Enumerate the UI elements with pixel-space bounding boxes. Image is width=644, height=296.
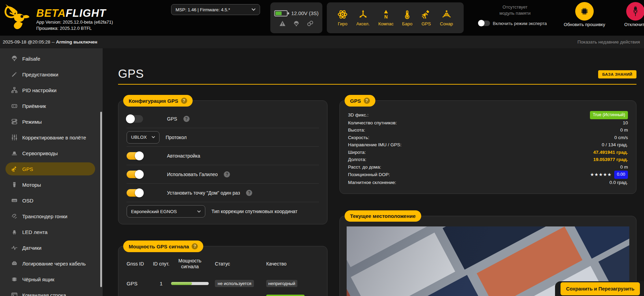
modes-icon — [11, 119, 18, 125]
gps-status-panel: GPS ? 3D фикс.: True (Истинный) Количест… — [339, 100, 636, 194]
help-icon[interactable]: ? — [192, 243, 198, 249]
expert-mode-row: Включить режим эксперта — [478, 21, 547, 26]
sidebar-item-presets[interactable]: Предустановки — [0, 66, 103, 82]
sbas-row: Европейский EGNOS Тип коррекции спутнико… — [127, 202, 319, 221]
gps-data-value: 0 cm/s — [614, 134, 628, 141]
svg-text:OSD: OSD — [12, 200, 16, 202]
gps-data-row: Долгота: 19.053977 град. — [348, 156, 628, 163]
gps-enable-toggle[interactable] — [127, 115, 143, 123]
chevron-down-icon — [152, 136, 155, 138]
sensor-gps[interactable]: GPS — [421, 9, 431, 26]
sidebar-item-motors[interactable]: Моторы — [0, 177, 103, 193]
sidebar-item-led[interactable]: LED лента — [0, 224, 103, 240]
chevron-down-icon — [197, 210, 201, 213]
firmware-version: Прошивка: 2025.12.0 BTFL — [36, 25, 113, 32]
failsafe-status-icon — [293, 21, 299, 26]
sidebar-item-cli[interactable]: Командная строка — [0, 287, 103, 296]
sidebar-item-logging[interactable]: Логирование через кабель — [0, 256, 103, 271]
gps-data-value: 47.491941 град. — [593, 149, 628, 156]
auto-config-row: Автонастройка — [127, 147, 319, 165]
signal-row: GPS 1 не используется непригодный — [127, 274, 319, 292]
help-icon[interactable]: ? — [364, 98, 370, 104]
sensor-mag[interactable]: N Компас — [378, 9, 394, 26]
battery-status-box: 12.00V (3S) — [270, 2, 322, 33]
gps-data-row: Направление IMU / GPS: 0 / 134 град. — [348, 141, 628, 149]
sidebar-item-pid[interactable]: PID настройки — [0, 82, 103, 98]
gps-data-value: 19.053977 град. — [593, 156, 628, 163]
gps-data-row: Высота: 0 m — [348, 126, 628, 134]
sensor-gyro[interactable]: Гиро — [337, 9, 348, 26]
help-icon[interactable]: ? — [224, 171, 230, 177]
firmware-port-select[interactable]: MSP: 1.46 | Firmware: 4.5.* — [171, 4, 260, 15]
home-once-toggle[interactable] — [127, 189, 143, 197]
cli-icon — [11, 292, 18, 296]
chip-icon — [579, 6, 590, 16]
sidebar-item-adjustments[interactable]: Корректирование в полёте — [0, 130, 103, 145]
main-content: GPS БАЗА ЗНАНИЙ Конфигурация GPS ? GPS ? — [103, 48, 644, 296]
sonar-icon — [441, 9, 452, 20]
gps-data-row: 3D фикс.: True (Истинный) — [348, 111, 628, 119]
protocol-select[interactable]: UBLOX — [127, 131, 159, 144]
sidebar-item-blackbox[interactable]: Чёрный ящик — [0, 271, 103, 287]
gps-data-row: Скорость: 0 cm/s — [348, 134, 628, 141]
disconnect-button[interactable]: Отключить — [617, 2, 644, 27]
app-header: BETAFLIGHT App Version: 2025.12.0-beta (… — [0, 0, 644, 36]
log-message: 2025-09-18 @20:05:28 -- Arming выключен — [3, 39, 97, 45]
gps-data-row: Магнитное склонение: 0.0 град. — [348, 179, 628, 186]
sensor-sonar[interactable]: Сонар — [440, 9, 453, 26]
gps-icon — [11, 166, 18, 172]
presets-icon — [11, 71, 18, 77]
update-firmware-button[interactable]: Обновить прошивку — [561, 2, 608, 27]
servos-icon — [11, 150, 18, 156]
transponder-icon — [11, 213, 18, 219]
gps-data-row: Широта: 47.491941 град. — [348, 149, 628, 156]
help-icon[interactable]: ? — [181, 98, 187, 104]
sidebar-item-servos[interactable]: Сервоприводы — [0, 145, 103, 161]
mag-icon: N — [381, 9, 391, 20]
sensor-baro[interactable]: Баро — [402, 9, 412, 26]
app-version: App Version: 2025.12.0-beta (e62fa71) — [36, 19, 113, 25]
sidebar-item-modes[interactable]: Режимы — [0, 114, 103, 130]
logo-wordmark: BETAFLIGHT — [36, 8, 113, 19]
led-icon — [11, 229, 18, 235]
usb-disconnect-icon — [631, 6, 640, 16]
show-log-button[interactable]: Показать недавние действия — [577, 39, 640, 45]
sbas-select[interactable]: Европейский EGNOS — [127, 205, 205, 218]
baro-icon — [402, 9, 412, 20]
sensor-status-bar: Гиро Аксел. N Компас Баро GPS Сонар — [327, 2, 464, 33]
help-icon[interactable]: ? — [246, 190, 252, 196]
galileo-row: Использовать Галилео ? — [127, 165, 319, 184]
expert-mode-toggle[interactable] — [478, 21, 490, 26]
receiver-icon — [11, 103, 18, 109]
log-statusbar: 2025-09-18 @20:05:28 -- Arming выключен … — [0, 36, 644, 48]
gps-status-header: GPS ? — [345, 95, 375, 107]
sidebar-item-transponder[interactable]: Транспондер гонки — [0, 208, 103, 224]
sidebar-item-failsafe[interactable]: Failsafe — [0, 51, 103, 66]
sensor-accel[interactable]: Аксел. — [356, 9, 370, 26]
sidebar-item-sensors[interactable]: Датчики — [0, 240, 103, 256]
gyro-icon — [337, 9, 348, 20]
gps-enable-row: GPS ? — [127, 110, 319, 128]
save-and-reboot-button[interactable]: Сохранить и Перезагрузить — [561, 282, 640, 295]
quality-badge: непригодный — [266, 280, 297, 287]
gps-data-row: Количество спутников: 10 — [348, 119, 628, 127]
gps-data-value: ★★★★★0.00 — [590, 171, 628, 179]
sidebar-scrollbar[interactable] — [100, 112, 102, 287]
gps-data-value: 0 m — [620, 126, 628, 134]
knowledge-base-button[interactable]: БАЗА ЗНАНИЙ — [598, 70, 636, 78]
sidebar-item-gps[interactable]: GPS — [5, 162, 95, 175]
sidebar-item-osd[interactable]: OSD OSD — [0, 193, 103, 208]
auto-config-toggle[interactable] — [127, 152, 143, 160]
gps-data-value: True (Истинный) — [590, 111, 628, 119]
sidebar-item-receiver[interactable]: Приёмник — [0, 98, 103, 114]
protocol-row: UBLOX Протокол — [127, 128, 319, 147]
signal-strength-header: Мощность GPS сигнала ? — [123, 241, 203, 252]
battery-voltage: 12.00V (3S) — [291, 10, 319, 16]
galileo-toggle[interactable] — [127, 171, 143, 178]
signal-row: GPS 2 ИСПОЛЬЗОВАНО полностью отслеживает… — [127, 292, 319, 296]
gps-data-row: Позиционный DOP: ★★★★★0.00 — [348, 171, 628, 179]
dop-badge: 0.00 — [614, 171, 628, 179]
fix-badge: True (Истинный) — [590, 111, 628, 119]
help-icon[interactable]: ? — [183, 116, 190, 122]
dataflash-note: Отсутствует модуль памяти — [484, 4, 546, 16]
